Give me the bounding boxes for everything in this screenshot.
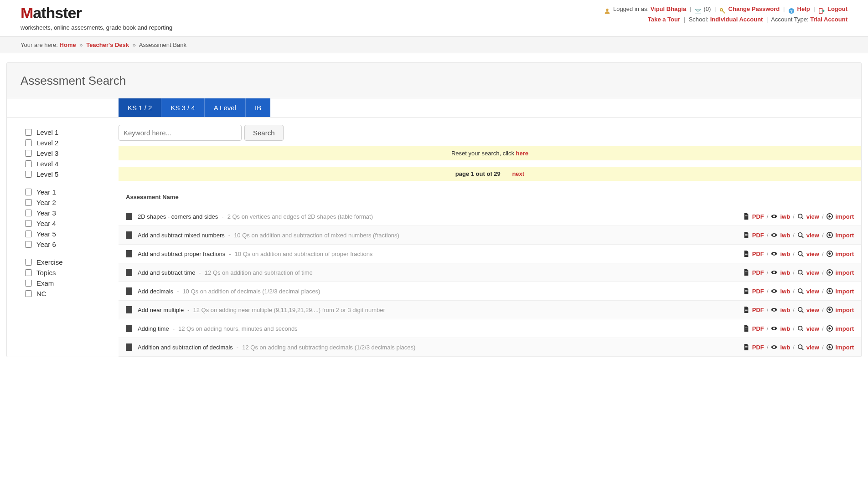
filter-year-label[interactable]: Year 5: [36, 230, 56, 238]
iwb-link[interactable]: iwb: [780, 288, 790, 295]
logout-link[interactable]: Logout: [827, 5, 847, 12]
view-link[interactable]: view: [806, 213, 819, 220]
iwb-link[interactable]: iwb: [780, 269, 790, 276]
help-link[interactable]: Help: [797, 5, 810, 12]
view-link[interactable]: view: [806, 344, 819, 351]
breadcrumb-prefix: Your are here:: [21, 41, 58, 48]
filter-year-checkbox[interactable]: [25, 220, 32, 227]
filter-year-checkbox[interactable]: [25, 241, 32, 248]
change-password-link[interactable]: Change Password: [728, 5, 780, 12]
breadcrumb-desk[interactable]: Teacher's Desk: [86, 41, 129, 48]
filter-type-item: Topics: [25, 269, 109, 277]
view-link[interactable]: view: [806, 232, 819, 239]
import-link[interactable]: import: [836, 307, 854, 313]
filter-year-label[interactable]: Year 4: [36, 220, 56, 227]
account-type-link[interactable]: Trial Account: [810, 16, 847, 23]
view-link[interactable]: view: [806, 307, 819, 313]
view-link[interactable]: view: [806, 325, 819, 332]
filter-level-checkbox[interactable]: [25, 171, 32, 178]
tab-ks-1-2[interactable]: KS 1 / 2: [119, 98, 161, 117]
school-link[interactable]: Individual Account: [710, 16, 763, 23]
filter-year-checkbox[interactable]: [25, 199, 32, 206]
filter-type-label[interactable]: Exam: [36, 279, 54, 287]
iwb-link[interactable]: iwb: [780, 344, 790, 351]
import-link[interactable]: import: [836, 251, 854, 257]
take-tour-link[interactable]: Take a Tour: [648, 16, 680, 23]
mail-icon[interactable]: [695, 7, 701, 12]
filter-level-label[interactable]: Level 5: [36, 170, 58, 178]
breadcrumb-home[interactable]: Home: [60, 41, 76, 48]
import-link[interactable]: import: [836, 288, 854, 295]
view-link[interactable]: view: [806, 288, 819, 295]
filter-type-checkbox[interactable]: [25, 259, 32, 266]
view-link[interactable]: view: [806, 269, 819, 276]
filter-year-checkbox[interactable]: [25, 210, 32, 216]
pdf-link[interactable]: PDF: [752, 232, 764, 239]
row-actions: PDF/iwb/view/import: [743, 307, 854, 313]
search-input[interactable]: [119, 125, 242, 141]
pdf-link[interactable]: PDF: [752, 325, 764, 332]
import-link[interactable]: import: [836, 232, 854, 239]
filter-level-checkbox[interactable]: [25, 129, 32, 136]
iwb-link[interactable]: iwb: [780, 213, 790, 220]
iwb-link[interactable]: iwb: [780, 307, 790, 313]
tab-ib[interactable]: IB: [246, 98, 270, 117]
import-link[interactable]: import: [836, 325, 854, 332]
filter-year-checkbox[interactable]: [25, 231, 32, 237]
filter-type-label[interactable]: Topics: [36, 269, 56, 277]
filter-year-label[interactable]: Year 6: [36, 241, 56, 248]
filter-type-checkbox[interactable]: [25, 290, 32, 297]
filter-year-checkbox[interactable]: [25, 189, 32, 195]
pager-next[interactable]: next: [512, 170, 524, 177]
pdf-link[interactable]: PDF: [752, 307, 764, 313]
svg-rect-6: [745, 216, 747, 216]
svg-point-28: [798, 270, 802, 274]
assessment-name: Adding time: [138, 325, 169, 332]
download-icon: [827, 213, 833, 220]
pdf-icon: [743, 232, 749, 238]
logo[interactable]: Mathster: [21, 4, 172, 22]
breadcrumb: Your are here: Home » Teacher's Desk » A…: [0, 37, 868, 53]
iwb-link[interactable]: iwb: [780, 251, 790, 257]
search-button[interactable]: Search: [244, 125, 284, 141]
filter-level-checkbox[interactable]: [25, 150, 32, 157]
import-link[interactable]: import: [836, 269, 854, 276]
filter-level-label[interactable]: Level 2: [36, 139, 58, 147]
pdf-link[interactable]: PDF: [752, 269, 764, 276]
filter-year-label[interactable]: Year 2: [36, 199, 56, 206]
filter-type-label[interactable]: NC: [36, 290, 46, 297]
import-link[interactable]: import: [836, 344, 854, 351]
reset-link[interactable]: here: [516, 150, 528, 157]
svg-rect-49: [745, 348, 747, 348]
pdf-link[interactable]: PDF: [752, 251, 764, 257]
eye-icon: [771, 232, 777, 238]
filter-level-label[interactable]: Level 3: [36, 149, 58, 157]
filter-type-checkbox[interactable]: [25, 269, 32, 276]
tab-ks-3-4[interactable]: KS 3 / 4: [161, 98, 204, 117]
iwb-link[interactable]: iwb: [780, 325, 790, 332]
tab-a-level[interactable]: A Level: [205, 98, 246, 117]
svg-rect-13: [745, 236, 747, 236]
filter-type-checkbox[interactable]: [25, 280, 32, 287]
svg-rect-12: [745, 235, 747, 235]
filter-type-label[interactable]: Exercise: [36, 258, 63, 266]
filter-year-label[interactable]: Year 3: [36, 209, 56, 217]
user-link[interactable]: Vipul Bhagia: [651, 5, 687, 12]
filter-level-label[interactable]: Level 1: [36, 128, 58, 136]
import-link[interactable]: import: [836, 213, 854, 220]
svg-rect-18: [745, 253, 747, 254]
view-link[interactable]: view: [806, 251, 819, 257]
assessment-name: Add near multiple: [138, 307, 184, 313]
filter-level-checkbox[interactable]: [25, 160, 32, 167]
filter-level-checkbox[interactable]: [25, 139, 32, 146]
iwb-link[interactable]: iwb: [780, 232, 790, 239]
filter-level-item: Level 4: [25, 160, 109, 168]
filter-level-label[interactable]: Level 4: [36, 160, 58, 168]
filter-year-label[interactable]: Year 1: [36, 188, 56, 196]
pdf-link[interactable]: PDF: [752, 213, 764, 220]
filter-level-item: Level 3: [25, 149, 109, 157]
svg-rect-31: [745, 292, 747, 292]
pdf-link[interactable]: PDF: [752, 344, 764, 351]
pdf-icon: [743, 269, 749, 276]
pdf-link[interactable]: PDF: [752, 288, 764, 295]
